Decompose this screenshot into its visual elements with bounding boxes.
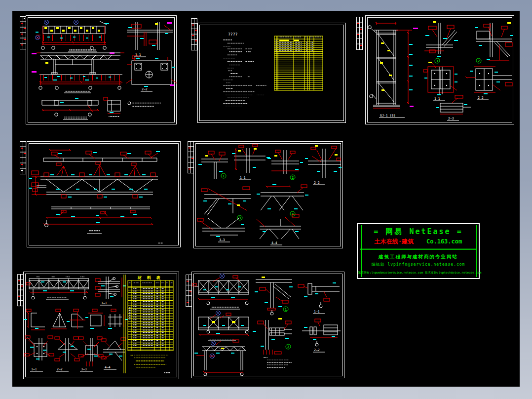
section-label: 2—2 [478, 96, 484, 100]
drawing-title: GJ-1 (8) [380, 114, 395, 118]
netease-title-block: = 网易 NetEase = 土木在线·建筑Co.163.com 建筑工程师与建… [357, 223, 480, 279]
section-label: 1—1 [434, 97, 440, 101]
sheet4-drawing [27, 141, 181, 247]
netease-brand: = 网易 NetEase = [358, 227, 479, 237]
detail-number: 3 [239, 216, 241, 220]
sheet2-drawing: ???? [197, 23, 346, 123]
cad-sheet-roof-truss [27, 141, 181, 247]
section-label: 2—2 [314, 348, 320, 352]
cad-viewer-stage: 1—1 2—2 [0, 0, 532, 399]
detail-number: 2 [292, 176, 294, 180]
notes-title: ???? [228, 33, 237, 37]
section-label: 1—1 [314, 310, 320, 314]
sheet-edge-strip [191, 18, 198, 52]
sheet3-drawing: GJ-1 (8) 1 2 [365, 15, 514, 124]
slogan-line: 建筑工程师与建材商的专业网站 [358, 254, 479, 260]
section-label: 1—1 [101, 301, 107, 305]
sheet8-drawing: 1 2 1—1 [191, 272, 344, 378]
section-label: 3—3 [219, 238, 225, 242]
detail-number: 2 [287, 345, 289, 349]
portal-line: 土木在线·建筑Co.163.com [358, 238, 479, 246]
detail-number: 1 [436, 59, 438, 63]
section-label: 2—2 [314, 181, 320, 185]
title-block-separator [360, 248, 477, 248]
sheet7-drawing: 1—1 [23, 272, 179, 379]
cad-sheet-crane-beam: 1—1 2—2 [26, 15, 177, 124]
sheet5-drawing: 1 1—1 2 [193, 141, 343, 248]
cad-sheet-joint-details: 1 1—1 2 [193, 141, 343, 248]
section-label: 1—1 [31, 367, 37, 371]
title-block-separator [360, 249, 477, 250]
cad-sheet-material-table: 1—1 [23, 272, 179, 379]
section-label: 1—1 [240, 176, 246, 180]
detail-number: 2 [478, 59, 480, 63]
portal-name-red: 土木在线·建筑 [375, 238, 414, 245]
section-label: 4—4 [271, 241, 277, 245]
sheet-edge-strip [356, 17, 363, 51]
drawing-canvas: 1—1 2—2 [12, 11, 520, 387]
cad-sheet-notes-schedule: ???? [197, 23, 346, 123]
section-label: 4—4 [105, 365, 111, 369]
portal-url-green: Co.163.com [426, 238, 462, 245]
section-label: 2—3 [448, 117, 454, 120]
section-label: 2—2 [142, 87, 148, 91]
copyright-line: 版权所有:lvpwebmaster@vice.netease.com 技术支持:… [358, 271, 479, 275]
detail-number: 1 [223, 174, 225, 178]
material-table-title: 材 料 表 [137, 276, 162, 280]
cad-sheet-column-gj1: GJ-1 (8) 1 2 [365, 15, 514, 124]
sheet-edge-strip [20, 141, 27, 176]
editor-line: 编辑部 lvpinfo@service.netease.com [358, 262, 479, 267]
section-label: 3—3 [81, 367, 87, 371]
cad-sheet-bracing: 1 2 1—1 [191, 272, 344, 378]
section-label: 2—2 [57, 367, 63, 371]
sheet1-drawing: 1—1 2—2 [26, 15, 177, 124]
detail-number: 1 [285, 308, 287, 312]
